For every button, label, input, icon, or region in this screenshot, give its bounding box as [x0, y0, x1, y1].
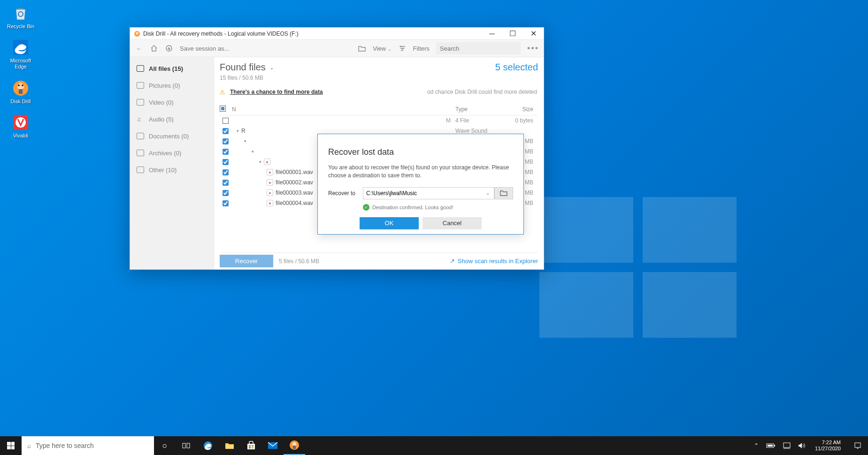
row-checkbox[interactable] — [223, 200, 229, 206]
row-checkbox[interactable] — [223, 128, 229, 134]
desktop-icon-label: Microsoft Edge — [4, 58, 38, 70]
file-name: file000004.wav — [276, 200, 313, 206]
column-size[interactable]: Size — [500, 106, 538, 113]
cancel-button[interactable]: Cancel — [422, 217, 482, 229]
sidebar-item-documents[interactable]: Documents (0) — [130, 128, 214, 144]
found-files-header[interactable]: Found files ⌄ — [220, 62, 274, 73]
file-name: file000002.wav — [276, 179, 313, 186]
search-icon: ⌕ — [27, 442, 31, 449]
pictures-icon — [137, 82, 144, 89]
home-button[interactable] — [150, 44, 158, 53]
wallpaper-windows-logo — [539, 197, 737, 338]
search-input[interactable] — [436, 42, 521, 54]
row-checkbox[interactable] — [223, 149, 229, 155]
audio-icon: ♫ — [137, 116, 144, 122]
svg-point-5 — [18, 84, 20, 86]
tray-network-icon[interactable] — [781, 436, 792, 455]
file-row[interactable]: M 4 File 0 bytes — [220, 115, 538, 126]
minimize-button[interactable]: ─ — [482, 28, 502, 40]
dialog-body: You are about to recover the file(s) fou… — [328, 164, 513, 180]
dialog-title: Recover lost data — [328, 147, 513, 157]
tray-overflow[interactable]: ⌃ — [752, 436, 760, 455]
select-all-checkbox[interactable] — [220, 106, 226, 112]
warning-icon: ⚠ — [220, 89, 225, 96]
app-icon — [134, 30, 140, 37]
taskbar-file-explorer[interactable] — [219, 436, 240, 455]
sidebar-item-other[interactable]: Other (10) — [130, 161, 214, 178]
task-view-button[interactable] — [176, 436, 197, 455]
audio-file-icon: ● — [267, 169, 273, 175]
clock[interactable]: 7:22 AM 11/27/2020 — [811, 440, 845, 452]
all-files-icon — [137, 65, 144, 72]
ok-button[interactable]: OK — [360, 217, 419, 229]
documents-icon — [137, 133, 144, 139]
expand-chevron-icon[interactable]: ▾ — [244, 139, 246, 144]
column-name[interactable]: N — [231, 106, 455, 113]
save-session-button[interactable]: Save session as... — [180, 45, 230, 52]
row-checkbox[interactable] — [223, 138, 229, 144]
taskbar-store[interactable] — [240, 436, 262, 455]
warning-tail: od chance Disk Drill could find more del… — [427, 89, 538, 95]
desktop-icon-vivaldi[interactable]: Vivaldi — [4, 113, 38, 139]
svg-point-10 — [136, 32, 138, 35]
recover-path-input[interactable] — [363, 187, 494, 199]
main-panel: Found files ⌄ 5 selected 15 files / 50.6… — [214, 57, 544, 269]
vivaldi-icon — [11, 113, 30, 132]
notification-center[interactable] — [848, 436, 867, 455]
recover-dialog: Recover lost data You are about to recov… — [317, 134, 524, 235]
expand-chevron-icon[interactable]: ▾ — [252, 149, 254, 154]
sidebar-item-pictures[interactable]: Pictures (0) — [130, 77, 214, 94]
back-button[interactable]: ← — [135, 44, 143, 53]
sidebar-item-archives[interactable]: Archives (0) — [130, 144, 214, 161]
cortana-button[interactable]: ○ — [154, 436, 176, 455]
column-type[interactable]: Type — [455, 106, 500, 113]
start-button[interactable] — [0, 436, 22, 455]
sidebar-item-audio[interactable]: ♫Audio (5) — [130, 111, 214, 128]
bottom-file-count: 5 files / 50.6 MB — [279, 258, 319, 265]
close-button[interactable]: ✕ — [523, 28, 544, 40]
row-checkbox[interactable] — [223, 190, 229, 196]
svg-point-12 — [400, 46, 401, 47]
video-icon — [137, 99, 144, 106]
row-checkbox[interactable] — [223, 118, 229, 124]
svg-point-14 — [401, 50, 402, 51]
sidebar-item-video[interactable]: Video (0) — [130, 94, 214, 111]
check-icon: ✓ — [363, 204, 369, 211]
svg-rect-16 — [187, 443, 190, 448]
desktop-icon-edge[interactable]: Microsoft Edge — [4, 38, 38, 70]
desktop-icon-disk-drill[interactable]: Disk Drill — [4, 79, 38, 105]
recover-button[interactable]: Recover — [220, 255, 273, 267]
row-checkbox[interactable] — [223, 169, 229, 175]
warning-heading[interactable]: There's a chance to find more data — [230, 89, 323, 95]
svg-rect-19 — [247, 444, 255, 449]
svg-point-6 — [22, 84, 23, 86]
more-menu[interactable]: ••• — [527, 44, 539, 53]
view-dropdown[interactable]: View ⌄ — [373, 45, 392, 52]
expand-chevron-icon[interactable]: ▾ — [237, 129, 239, 133]
save-icon[interactable] — [165, 44, 173, 53]
selected-count: 5 selected — [495, 62, 538, 73]
expand-chevron-icon[interactable]: ▾ — [259, 159, 261, 164]
svg-rect-4 — [19, 89, 23, 94]
row-checkbox[interactable] — [223, 180, 229, 186]
desktop-icon-label: Disk Drill — [4, 99, 38, 105]
desktop-icon-recycle-bin[interactable]: Recycle Bin — [4, 4, 38, 30]
show-in-explorer-link[interactable]: ↗ Show scan results in Explorer — [450, 258, 538, 265]
tray-battery-icon[interactable] — [764, 436, 777, 455]
taskbar-mail[interactable] — [262, 436, 284, 455]
browse-button[interactable] — [494, 187, 513, 199]
taskbar-search[interactable]: ⌕ Type here to search — [22, 436, 154, 455]
audio-file-icon: ● — [267, 179, 273, 186]
bottom-bar: Recover 5 files / 50.6 MB ↗ Show scan re… — [220, 252, 538, 269]
tray-volume-icon[interactable] — [796, 436, 807, 455]
file-name: R — [241, 128, 246, 134]
sidebar-item-all-files[interactable]: All files (15) — [130, 60, 214, 77]
filters-button[interactable]: Filters — [413, 45, 430, 52]
taskbar-edge[interactable] — [197, 436, 219, 455]
taskbar-disk-drill[interactable] — [284, 436, 305, 455]
titlebar[interactable]: Disk Drill - All recovery methods - Logi… — [130, 28, 544, 40]
maximize-button[interactable]: ☐ — [502, 28, 523, 40]
window-title: Disk Drill - All recovery methods - Logi… — [143, 30, 482, 37]
toolbar: ← Save session as... View ⌄ Filters ••• — [130, 40, 544, 57]
row-checkbox[interactable] — [223, 159, 229, 165]
